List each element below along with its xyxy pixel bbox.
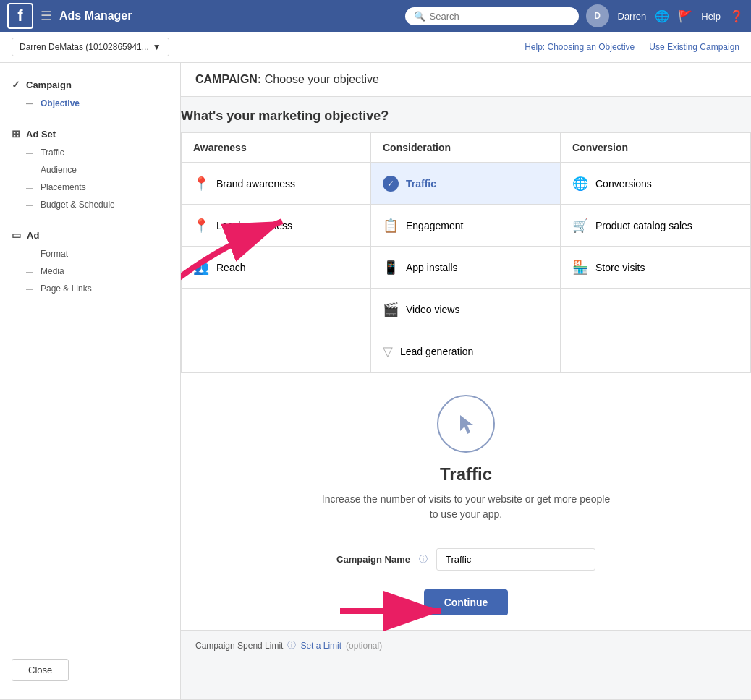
adset-section: ⊞ Ad Set Traffic Audience Placements Bud… (0, 124, 180, 213)
sidebar-item-budget[interactable]: Budget & Schedule (0, 196, 180, 213)
store-icon: 🏪 (572, 260, 588, 276)
app-title: Ads Manager (59, 9, 132, 22)
spend-limit-label: Campaign Spend Limit (195, 641, 283, 651)
store-visits-label: Store visits (595, 262, 645, 273)
ad-section: ▭ Ad Format Media Page & Links (0, 225, 180, 297)
product-catalog-label: Product catalog sales (595, 220, 692, 231)
ad-icon: ▭ (12, 229, 21, 241)
section-heading: What's your marketing objective? (181, 97, 751, 132)
app-installs-option[interactable]: 📱 App installs (371, 247, 561, 289)
ad-label: Ad (27, 230, 39, 241)
adset-header: ⊞ Ad Set (0, 124, 180, 144)
traffic-description-text: Increase the number of visits to your we… (321, 492, 611, 522)
account-name: Darren DeMatas (10102865941... (20, 42, 149, 52)
account-links: Help: Choosing an Objective Use Existing… (525, 42, 739, 52)
sidebar: ✓ Campaign Objective ⊞ Ad Set Traffic Au… (0, 63, 181, 699)
conversion-header: Conversion (561, 133, 750, 162)
app-installs-label: App installs (406, 262, 458, 273)
campaign-section: ✓ Campaign Objective (0, 74, 180, 112)
lead-gen-label: Lead generation (400, 346, 473, 357)
objective-row-5: ▽ Lead generation (182, 330, 750, 372)
video-icon: 🎬 (383, 302, 399, 317)
conversions-label: Conversions (595, 178, 652, 189)
campaign-title: CAMPAIGN: Choose your objective (195, 73, 379, 86)
adset-label: Ad Set (26, 129, 56, 140)
sidebar-item-placements[interactable]: Placements (0, 179, 180, 196)
store-visits-option[interactable]: 🏪 Store visits (561, 247, 750, 289)
globe-icon: 🌐 (572, 176, 588, 192)
consideration-header: Consideration (371, 133, 561, 162)
sidebar-item-media[interactable]: Media (0, 262, 180, 280)
content-area: CAMPAIGN: Choose your objective What's y… (181, 63, 751, 699)
hamburger-icon[interactable]: ☰ (41, 8, 52, 24)
username[interactable]: Darren (618, 11, 647, 22)
campaign-title-bar: CAMPAIGN: Choose your objective (181, 63, 751, 97)
top-navigation: f ☰ Ads Manager 🔍 D Darren 🌐 🚩 Help ❓ (0, 0, 751, 32)
main-layout: ✓ Campaign Objective ⊞ Ad Set Traffic Au… (0, 63, 751, 699)
engagement-option[interactable]: 📋 Engagement (371, 205, 561, 247)
lead-gen-option[interactable]: ▽ Lead generation (371, 330, 561, 372)
avatar: D (586, 4, 609, 27)
columns-header: Awareness Consideration Conversion (182, 133, 750, 163)
campaign-name-info-icon[interactable]: ⓘ (419, 553, 428, 565)
campaign-name-label: Campaign Name (336, 554, 410, 565)
use-existing-link[interactable]: Use Existing Campaign (649, 42, 739, 52)
search-bar[interactable]: 🔍 (405, 7, 579, 25)
help-icon[interactable]: ❓ (729, 9, 744, 23)
video-views-option[interactable]: 🎬 Video views (371, 289, 561, 330)
search-icon: 🔍 (414, 11, 425, 22)
chevron-down-icon: ▼ (153, 42, 161, 52)
traffic-check-icon: ✓ (383, 176, 399, 192)
spend-limit-info-icon[interactable]: ⓘ (287, 639, 296, 652)
awareness-empty-5 (182, 330, 371, 372)
campaign-icon: ✓ (12, 79, 20, 90)
sidebar-item-objective[interactable]: Objective (0, 95, 180, 112)
help-link[interactable]: Help (701, 11, 721, 22)
video-views-label: Video views (406, 304, 459, 315)
account-bar: Darren DeMatas (10102865941... ▼ Help: C… (0, 32, 751, 63)
adset-icon: ⊞ (12, 128, 20, 140)
cart-icon: 🛒 (572, 218, 588, 234)
campaign-header: ✓ Campaign (0, 74, 180, 95)
campaign-name-input[interactable] (436, 548, 595, 571)
nav-right: D Darren 🌐 🚩 Help ❓ (586, 4, 744, 27)
flag-icon[interactable]: 🚩 (678, 9, 692, 23)
traffic-option[interactable]: ✓ Traffic (371, 163, 561, 205)
sidebar-item-traffic[interactable]: Traffic (0, 144, 180, 161)
sidebar-item-format[interactable]: Format (0, 245, 180, 262)
traffic-label: Traffic (406, 178, 436, 189)
campaign-label: Campaign (26, 80, 72, 90)
awareness-header: Awareness (182, 133, 371, 162)
funnel-icon: ▽ (383, 343, 393, 359)
ad-header: ▭ Ad (0, 225, 180, 245)
sidebar-item-audience[interactable]: Audience (0, 161, 180, 179)
conversion-empty-4 (561, 289, 750, 330)
globe-icon[interactable]: 🌐 (655, 9, 669, 23)
account-selector[interactable]: Darren DeMatas (10102865941... ▼ (12, 38, 169, 56)
close-button[interactable]: Close (12, 659, 69, 681)
engagement-label: Engagement (406, 220, 463, 231)
facebook-logo: f (7, 3, 33, 29)
close-button-area: Close (12, 659, 69, 681)
product-catalog-option[interactable]: 🛒 Product catalog sales (561, 205, 750, 247)
app-icon: 📱 (383, 260, 399, 276)
engagement-icon: 📋 (383, 218, 399, 234)
sidebar-item-page-links[interactable]: Page & Links (0, 280, 180, 297)
search-input[interactable] (430, 11, 570, 22)
traffic-cursor-icon (437, 395, 495, 453)
traffic-description: Traffic Increase the number of visits to… (181, 373, 751, 537)
traffic-section-title: Traffic (210, 464, 722, 485)
conversion-empty-5 (561, 330, 750, 372)
help-objective-link[interactable]: Help: Choosing an Objective (525, 42, 635, 52)
conversions-option[interactable]: 🌐 Conversions (561, 163, 750, 205)
